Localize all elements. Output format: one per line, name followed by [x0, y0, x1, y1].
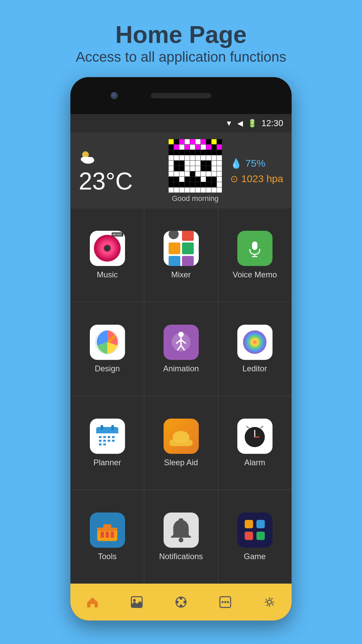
- sleep-label: Sleep Aid: [164, 458, 198, 467]
- app-mixer[interactable]: Mixer: [144, 208, 218, 302]
- svg-point-74: [267, 600, 272, 604]
- svg-point-73: [227, 601, 229, 603]
- design-label: Design: [95, 364, 120, 373]
- svg-rect-33: [103, 440, 106, 442]
- notifications-icon: [164, 513, 199, 548]
- svg-rect-36: [99, 443, 102, 445]
- nav-home[interactable]: [70, 584, 115, 621]
- nav-effects[interactable]: [159, 584, 203, 621]
- tools-icon: [90, 513, 125, 548]
- app-sleep-aid[interactable]: Sleep Aid: [144, 396, 218, 490]
- humidity-value: 75%: [245, 158, 265, 169]
- phone-screen: 23°C: [70, 132, 292, 621]
- mixer-icon: [164, 231, 199, 266]
- svg-rect-54: [111, 532, 114, 538]
- svg-point-20: [243, 330, 266, 354]
- design-icon: [90, 325, 125, 360]
- pressure-value: 1023 hpa: [241, 173, 283, 184]
- weather-stats: 💧 75% ⊙ 1023 hpa: [227, 158, 283, 184]
- planner-icon: [90, 419, 125, 454]
- svg-rect-28: [99, 436, 102, 438]
- svg-rect-59: [245, 520, 253, 528]
- app-voice-memo[interactable]: Voice Memo: [218, 208, 292, 302]
- svg-rect-53: [106, 532, 109, 538]
- leditor-icon: [237, 325, 273, 360]
- app-notifications[interactable]: Notifications: [144, 490, 218, 584]
- signal-icon: ◀: [237, 119, 243, 128]
- svg-point-56: [179, 538, 183, 542]
- voice-icon: [237, 231, 273, 266]
- humidity-icon: 💧: [230, 158, 242, 169]
- greeting: Good morning: [172, 194, 219, 203]
- voice-label: Voice Memo: [233, 270, 277, 279]
- svg-rect-37: [103, 443, 106, 445]
- page-header: Home Page Access to all application func…: [0, 0, 362, 75]
- app-game[interactable]: Game: [218, 490, 292, 584]
- svg-point-71: [222, 601, 224, 603]
- svg-point-69: [183, 601, 186, 603]
- svg-rect-34: [108, 440, 110, 442]
- app-grid: MUSIC Music Mixer: [70, 208, 292, 584]
- animation-icon: [164, 325, 199, 360]
- music-label: Music: [97, 270, 118, 279]
- svg-point-68: [176, 601, 179, 603]
- game-label: Game: [244, 552, 265, 561]
- svg-point-72: [224, 601, 226, 603]
- wifi-icon: ▼: [225, 119, 233, 128]
- camera: [111, 92, 118, 99]
- svg-rect-58: [240, 515, 270, 545]
- weather-icon: [79, 149, 164, 167]
- svg-rect-35: [112, 440, 115, 442]
- alarm-label: Alarm: [244, 458, 265, 467]
- status-time: 12:30: [261, 118, 283, 128]
- planner-label: Planner: [94, 458, 121, 467]
- svg-point-40: [173, 431, 189, 443]
- svg-rect-62: [256, 532, 265, 540]
- alarm-icon: [237, 419, 273, 454]
- svg-rect-30: [108, 436, 110, 438]
- nav-more[interactable]: [203, 584, 247, 621]
- svg-point-13: [178, 332, 184, 337]
- svg-rect-26: [101, 425, 103, 430]
- svg-rect-32: [99, 440, 102, 442]
- nav-settings[interactable]: [247, 584, 292, 621]
- weather-temp: 23°C: [79, 169, 164, 193]
- app-animation[interactable]: Animation: [144, 302, 218, 396]
- svg-point-66: [180, 597, 182, 600]
- svg-rect-57: [179, 518, 183, 522]
- tools-label: Tools: [98, 552, 117, 561]
- mixer-label: Mixer: [171, 270, 191, 279]
- app-design[interactable]: Design: [70, 302, 144, 396]
- app-music[interactable]: MUSIC Music: [70, 208, 144, 302]
- leditor-label: Leditor: [242, 364, 267, 373]
- svg-rect-61: [245, 532, 253, 540]
- app-alarm[interactable]: Alarm: [218, 396, 292, 490]
- animation-label: Animation: [163, 364, 199, 373]
- nav-gallery[interactable]: [115, 584, 159, 621]
- app-planner[interactable]: Planner: [70, 396, 144, 490]
- game-icon: [237, 513, 273, 548]
- music-icon: MUSIC: [90, 231, 125, 266]
- svg-rect-51: [103, 524, 111, 530]
- svg-rect-52: [101, 532, 104, 538]
- svg-rect-5: [252, 241, 257, 250]
- svg-rect-31: [112, 436, 115, 438]
- phone-frame: ▼ ◀ 🔋 12:30 23°C: [70, 77, 292, 621]
- pixel-grid: [169, 139, 222, 193]
- svg-rect-29: [103, 436, 106, 438]
- svg-rect-27: [111, 425, 114, 430]
- page-subtitle: Access to all application functions: [0, 49, 362, 65]
- speaker: [151, 93, 211, 98]
- weather-left: 23°C: [79, 149, 164, 193]
- pressure-icon: ⊙: [230, 173, 238, 184]
- pixel-art-container: Good morning: [169, 139, 222, 203]
- humidity-stat: 💧 75%: [230, 158, 283, 169]
- notifications-label: Notifications: [159, 552, 203, 561]
- bottom-nav: [70, 584, 292, 621]
- svg-point-64: [133, 599, 136, 602]
- svg-rect-60: [256, 520, 265, 528]
- app-tools[interactable]: Tools: [70, 490, 144, 584]
- app-leditor[interactable]: Leditor: [218, 302, 292, 396]
- status-bar: ▼ ◀ 🔋 12:30: [70, 114, 292, 132]
- sleep-icon: [164, 419, 199, 454]
